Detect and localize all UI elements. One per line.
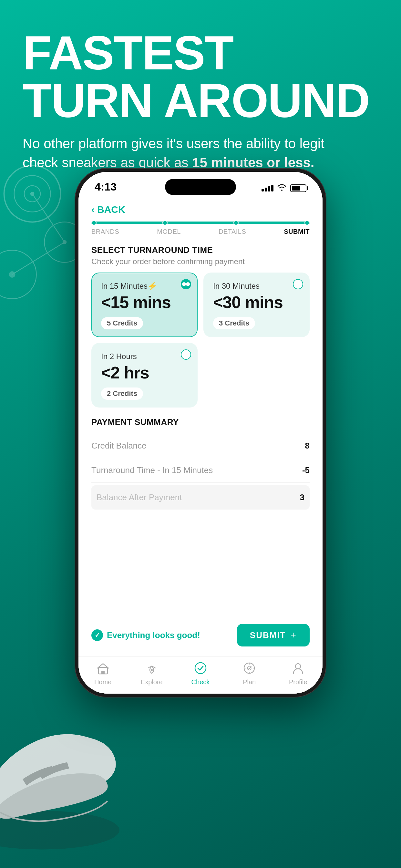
option-card-15min[interactable]: In 15 Minutes⚡ <15 mins 5 Credits	[91, 273, 197, 337]
signal-bars-icon	[261, 185, 274, 191]
option-label-15min: In 15 Minutes⚡	[101, 282, 188, 290]
option-label-2hr: In 2 Hours	[101, 352, 188, 361]
payment-row-balance-after: Balance After Payment 3	[91, 485, 310, 509]
nav-header: ‹ BACK	[79, 197, 322, 218]
radio-dot	[182, 282, 186, 286]
tab-profile[interactable]: Profile	[280, 660, 316, 686]
option-value-30min: <30 mins	[213, 292, 300, 312]
credits-badge-15min: 5 Credits	[101, 317, 143, 330]
progress-track	[91, 221, 310, 224]
tab-plan[interactable]: Plan	[232, 660, 267, 686]
status-text: Everything looks good!	[107, 630, 200, 640]
sneaker-decoration	[0, 690, 120, 868]
check-tab-icon	[192, 660, 209, 677]
signal-bar-2	[265, 188, 267, 191]
progress-label-submit: SUBMIT	[284, 228, 310, 236]
status-good: ✓ Everything looks good!	[91, 629, 200, 641]
option-card-30min[interactable]: In 30 Minutes <30 mins 3 Credits	[204, 273, 310, 337]
progress-dot-1	[91, 220, 96, 225]
progress-section: BRANDS MODEL DETAILS SUBMIT	[79, 218, 322, 236]
signal-bar-1	[261, 189, 264, 191]
svg-point-17	[296, 663, 301, 669]
section-title: SELECT TURNAROUND TIME	[79, 236, 322, 257]
credits-badge-30min: 3 Credits	[213, 317, 255, 330]
svg-point-9	[9, 271, 16, 278]
option-value-15min: <15 mins	[101, 292, 188, 312]
phone-screen: 4:13	[79, 172, 322, 693]
svg-point-13	[151, 669, 153, 671]
tab-profile-label: Profile	[289, 678, 307, 686]
payment-row-turnaround: Turnaround Time - In 15 Minutes -5	[91, 458, 310, 483]
option-card-2hr[interactable]: In 2 Hours <2 hrs 2 Credits	[91, 343, 197, 407]
hero-title-line2: TURN AROUND	[23, 74, 369, 127]
submit-button[interactable]: SUBMIT +	[237, 624, 310, 647]
turnaround-label: Turnaround Time - In 15 Minutes	[91, 465, 213, 475]
decorative-circles	[0, 161, 81, 323]
credit-balance-label: Credit Balance	[91, 441, 147, 451]
submit-row: ✓ Everything looks good! SUBMIT +	[91, 624, 310, 647]
progress-dot-3	[234, 220, 239, 225]
progress-label-brands: BRANDS	[91, 228, 119, 236]
payment-row-credit-balance: Credit Balance 8	[91, 434, 310, 458]
options-grid: In 15 Minutes⚡ <15 mins 5 Credits In 30 …	[79, 273, 322, 337]
status-time: 4:13	[95, 181, 117, 193]
tab-home-label: Home	[94, 678, 112, 686]
hero-title: FASTEST TURN AROUND	[23, 29, 378, 125]
back-chevron-icon: ‹	[91, 204, 95, 215]
plan-icon	[241, 660, 258, 677]
signal-bar-4	[271, 185, 274, 191]
battery-fill	[292, 186, 300, 190]
option-label-30min: In 30 Minutes	[213, 282, 300, 290]
back-label: BACK	[97, 204, 125, 215]
option-radio-15min	[181, 279, 191, 289]
progress-dots	[91, 220, 310, 225]
tab-bar: Home Explore	[79, 656, 322, 693]
turnaround-value: -5	[302, 465, 310, 475]
back-button[interactable]: ‹ BACK	[91, 204, 310, 215]
signal-bar-3	[268, 186, 270, 191]
bottom-bar: ✓ Everything looks good! SUBMIT +	[79, 618, 322, 656]
option-value-2hr: <2 hrs	[101, 363, 188, 382]
section-subtitle: Check your order before confirming payme…	[79, 257, 322, 273]
option-radio-30min	[293, 279, 303, 289]
profile-icon	[289, 660, 306, 677]
tab-explore[interactable]: Explore	[134, 660, 169, 686]
progress-label-details: DETAILS	[219, 228, 246, 236]
options-row-2hrs: In 2 Hours <2 hrs 2 Credits	[79, 337, 322, 407]
hero-title-line1: FASTEST	[23, 26, 233, 80]
phone-wrapper: 4:13	[74, 168, 327, 698]
svg-point-4	[0, 250, 36, 299]
status-icons	[261, 183, 306, 193]
submit-plus-icon: +	[290, 630, 297, 641]
tab-check-label: Check	[191, 678, 210, 686]
check-icon: ✓	[91, 629, 103, 641]
svg-point-14	[195, 662, 206, 674]
svg-point-16	[247, 666, 251, 670]
svg-rect-12	[101, 671, 104, 674]
option-radio-2hr	[181, 349, 191, 360]
progress-dot-4	[305, 220, 310, 225]
hero-section: FASTEST TURN AROUND No other platform gi…	[0, 0, 401, 173]
phone-frame: 4:13	[74, 168, 327, 698]
home-icon	[95, 660, 112, 677]
balance-after-label: Balance After Payment	[96, 492, 182, 502]
credits-badge-2hr: 2 Credits	[101, 388, 143, 400]
payment-title: PAYMENT SUMMARY	[91, 417, 310, 427]
tab-home[interactable]: Home	[85, 660, 121, 686]
svg-line-6	[12, 242, 65, 275]
tab-plan-label: Plan	[243, 678, 256, 686]
explore-icon	[143, 660, 160, 677]
balance-after-value: 3	[300, 492, 305, 502]
dynamic-island	[165, 179, 236, 195]
app-content: ‹ BACK	[79, 197, 322, 693]
svg-point-8	[63, 240, 67, 244]
progress-dot-2	[162, 220, 167, 225]
progress-label-model: MODEL	[157, 228, 181, 236]
payment-section: PAYMENT SUMMARY Credit Balance 8 Turnaro…	[79, 407, 322, 618]
progress-labels: BRANDS MODEL DETAILS SUBMIT	[91, 228, 310, 236]
tab-explore-label: Explore	[141, 678, 163, 686]
credit-balance-value: 8	[305, 441, 310, 451]
submit-label: SUBMIT	[250, 630, 286, 640]
svg-point-7	[30, 192, 35, 196]
tab-check[interactable]: Check	[183, 660, 218, 686]
